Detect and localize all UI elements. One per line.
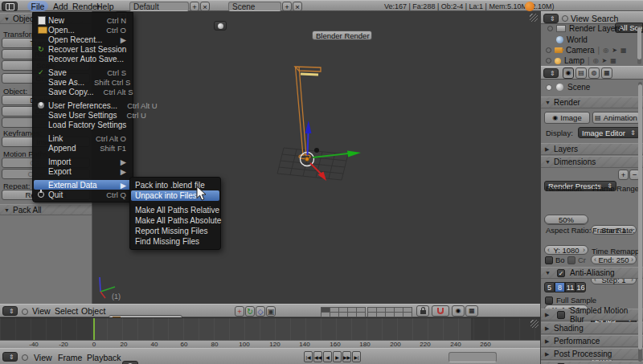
pack-all-panel-header[interactable]: ▼ Pack All xyxy=(0,204,92,215)
outliner-scrollbar[interactable] xyxy=(637,26,641,64)
editor-type-selector[interactable] xyxy=(2,2,18,11)
menu-help[interactable]: Help xyxy=(96,2,114,11)
aa-samples-16-button[interactable]: 16 xyxy=(575,282,586,292)
scene-field[interactable]: Scene xyxy=(228,2,281,11)
crop-checkbox[interactable]: Cr xyxy=(567,256,586,264)
menu-item-open[interactable]: Open... Ctrl O xyxy=(34,25,132,35)
properties-scrollbar[interactable] xyxy=(638,82,642,362)
sampled-motion-blur-panel-header[interactable]: ▶ Sampled Motion Blur xyxy=(541,309,643,321)
menu-item-save-as[interactable]: Save As... Shift Ctrl S xyxy=(34,77,132,87)
submenu-item-find-missing-files[interactable]: Find Missing Files xyxy=(131,236,219,247)
menu-item-load-factory-settings[interactable]: Load Factory Settings xyxy=(34,120,132,129)
menu-item-open-recent[interactable]: Open Recent... ▶ xyxy=(34,35,132,44)
add-layout-button[interactable]: + xyxy=(190,2,199,11)
outliner-item-camera[interactable]: Camera | ◎ ➤ ▦ xyxy=(541,45,641,55)
timeline-canvas[interactable] xyxy=(0,317,540,340)
viewport-editor-selector[interactable] xyxy=(2,306,18,316)
menu-item-save[interactable]: ✓ Save Ctrl S xyxy=(34,67,132,77)
manipulator-combo-button[interactable]: ▣ xyxy=(266,306,276,317)
play-reverse-button[interactable]: ◀ xyxy=(323,351,332,362)
smb-checkbox[interactable] xyxy=(557,311,565,319)
header-collapse-icon[interactable] xyxy=(22,354,28,361)
menu-item-export[interactable]: Export ▶ xyxy=(34,166,132,176)
aa-samples-8-button[interactable]: 8 xyxy=(555,282,565,292)
tab-scene[interactable]: ▤ xyxy=(575,67,587,79)
jump-to-end-button[interactable]: ▶| xyxy=(352,351,361,362)
render-animation-button[interactable]: ▤ Animation xyxy=(592,112,640,124)
restrict-select-icon[interactable]: ➤ xyxy=(612,47,617,55)
timeline-menu-playback[interactable]: Playback xyxy=(87,353,121,362)
prev-keyframe-button[interactable]: ◀◀ xyxy=(313,351,322,362)
layers-panel-header[interactable]: ▶ Layers xyxy=(541,143,643,155)
display-select[interactable]: Image Editor xyxy=(578,127,640,138)
menu-item-save-copy[interactable]: Save Copy... Ctrl Alt S xyxy=(34,87,132,96)
lock-to-scene-button[interactable] xyxy=(416,305,429,317)
menu-file[interactable]: File xyxy=(27,1,48,11)
manipulator-scale-button[interactable]: ◇ xyxy=(256,306,265,317)
restrict-render-icon[interactable]: ▦ xyxy=(610,57,616,65)
menu-item-append[interactable]: Append Shift F1 xyxy=(34,143,132,153)
area-corner-handle[interactable] xyxy=(530,14,538,22)
restrict-select-icon[interactable]: ➤ xyxy=(602,57,608,65)
full-sample-checkbox[interactable]: Full Sample xyxy=(545,296,596,305)
restrict-view-icon[interactable]: ◎ xyxy=(603,47,608,55)
use-preview-range-button[interactable] xyxy=(122,361,138,364)
timeline-ruler[interactable]: -40 -20 0 20 40 60 80 100 120 140 160 18… xyxy=(0,340,540,348)
post-processing-panel-header[interactable]: ▶ Post Processing xyxy=(541,348,643,360)
timeline-menu-frame[interactable]: Frame xyxy=(58,353,82,362)
tab-render-layers[interactable]: ▦ xyxy=(601,67,612,79)
outliner-item-lamp[interactable]: Lamp | ◎ ➤ ▦ xyxy=(541,55,641,66)
render-image-button[interactable]: ◉ Image xyxy=(544,112,590,124)
resolution-y-field[interactable]: Y: 1080 xyxy=(544,245,588,255)
add-preset-button[interactable]: + xyxy=(618,170,629,180)
aa-checkbox[interactable]: ✓ xyxy=(557,269,565,277)
snap-button[interactable] xyxy=(432,305,449,317)
area-corner-handle[interactable] xyxy=(530,320,539,328)
screen-layout-field[interactable]: Default xyxy=(129,2,189,11)
render-opengl-button[interactable]: ◉ xyxy=(452,305,465,317)
tab-render[interactable]: ◉ xyxy=(563,67,574,79)
shading-panel-header[interactable]: ▶ Shading xyxy=(541,322,643,334)
restrict-render-icon[interactable]: ▦ xyxy=(620,47,627,55)
header-collapse-icon[interactable] xyxy=(562,15,568,22)
menu-item-quit[interactable]: Quit Ctrl Q xyxy=(34,190,132,199)
menu-item-new[interactable]: New Ctrl N xyxy=(34,15,132,25)
submenu-item-report-missing-files[interactable]: Report Missing Files xyxy=(131,226,219,236)
add-scene-button[interactable]: + xyxy=(282,2,292,11)
render-panel-header[interactable]: ▼ Render xyxy=(541,96,643,108)
header-collapse-icon[interactable] xyxy=(22,309,28,315)
outliner-item-render-layers[interactable]: Render Layers xyxy=(541,23,642,34)
render-opengl-anim-button[interactable]: ▦ xyxy=(465,305,478,317)
menu-add[interactable]: Add xyxy=(53,2,68,11)
outliner-item-world[interactable]: World xyxy=(541,35,643,45)
layers-group-1[interactable] xyxy=(321,307,366,317)
timeline-menu-view[interactable]: View xyxy=(34,353,52,362)
manipulator-rotate-button[interactable]: ↻ xyxy=(245,306,255,317)
tab-world[interactable]: ◍ xyxy=(588,67,600,79)
viewport-menu-object[interactable]: Object xyxy=(81,306,105,316)
delete-layout-button[interactable]: × xyxy=(200,2,210,11)
keying-set-field[interactable] xyxy=(448,352,497,362)
submenu-item-make-paths-relative[interactable]: Make All Paths Relative xyxy=(131,205,219,215)
breadcrumb[interactable]: Scene xyxy=(546,83,590,92)
outliner-menu-view[interactable]: View xyxy=(571,14,589,23)
menu-item-external-data[interactable]: External Data ▶ xyxy=(34,180,132,190)
outliner-editor-selector[interactable] xyxy=(543,14,559,23)
properties-editor-selector[interactable] xyxy=(543,68,559,78)
menu-item-save-user-settings[interactable]: Save User Settings Ctrl U xyxy=(34,110,132,120)
scene-icon-button[interactable] xyxy=(214,21,227,31)
next-keyframe-button[interactable]: ▶▶ xyxy=(342,351,351,362)
dimensions-panel-header[interactable]: ▼ Dimensions xyxy=(541,156,643,168)
frame-end-field[interactable]: End: 250 xyxy=(591,255,637,264)
menu-item-import[interactable]: Import ▶ xyxy=(34,157,132,166)
anti-aliasing-panel-header[interactable]: ▼ ✓ Anti-Aliasing xyxy=(541,267,643,279)
menu-item-link[interactable]: Link Ctrl Alt O xyxy=(34,133,132,143)
render-engine-select[interactable]: Blender Render xyxy=(312,31,372,40)
performance-panel-header[interactable]: ▶ Performance xyxy=(541,335,643,347)
timeline-editor-selector[interactable] xyxy=(2,352,18,362)
layers-group-2[interactable] xyxy=(367,307,412,317)
border-checkbox[interactable]: Bo xyxy=(545,256,565,264)
resolution-percentage-field[interactable]: 50% xyxy=(544,215,588,224)
menu-item-user-preferences[interactable]: User Preferences... Ctrl Alt U xyxy=(34,100,132,110)
stamp-panel-header[interactable]: ▶ xyxy=(541,361,643,364)
